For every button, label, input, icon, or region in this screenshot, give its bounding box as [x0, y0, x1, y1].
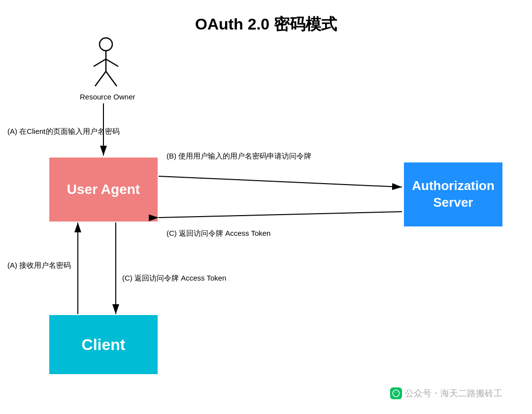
user-agent-box: User Agent	[49, 158, 158, 222]
svg-point-0	[100, 38, 112, 51]
client-label: Client	[82, 336, 126, 354]
svg-line-5	[106, 71, 117, 86]
auth-server-label: AuthorizationServer	[412, 178, 495, 211]
wechat-icon	[390, 387, 402, 399]
svg-line-4	[95, 71, 106, 86]
client-box: Client	[49, 315, 158, 374]
svg-line-10	[159, 212, 402, 218]
resource-owner-label: Resource Owner	[80, 93, 135, 101]
auth-server-box: AuthorizationServer	[404, 162, 502, 226]
svg-line-3	[106, 59, 118, 66]
svg-line-2	[94, 59, 106, 66]
watermark: 公众号・海天二路搬砖工	[390, 387, 502, 399]
diagram-container: OAuth 2.0 密码模式 Resource Owner User Agent…	[0, 0, 532, 414]
svg-line-9	[159, 176, 402, 187]
step-a2-label: (A) 接收用户名密码	[7, 261, 71, 270]
stick-figure-icon	[91, 37, 121, 91]
step-c1-label: (C) 返回访问令牌 Access Token	[166, 229, 270, 238]
step-b-label: (B) 使用用户输入的用户名密码申请访问令牌	[166, 152, 311, 161]
step-a1-label: (A) 在Client的页面输入用户名密码	[7, 127, 120, 136]
user-agent-label: User Agent	[67, 182, 140, 197]
step-c2-label: (C) 返回访问令牌 Access Token	[122, 274, 226, 283]
watermark-text: 公众号・海天二路搬砖工	[405, 387, 502, 399]
page-title: OAuth 2.0 密码模式	[195, 14, 337, 35]
